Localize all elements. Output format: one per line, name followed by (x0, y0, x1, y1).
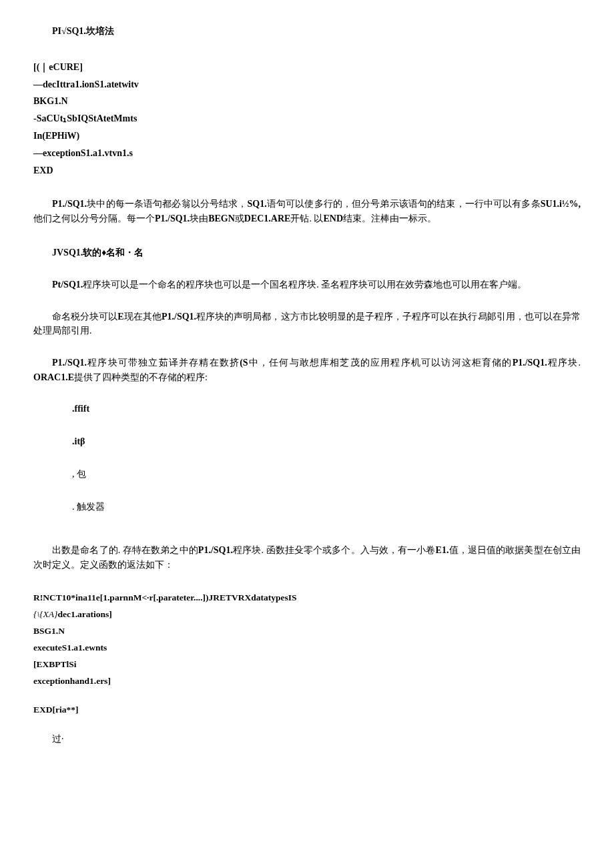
term-sq1: SQ1. (248, 199, 267, 209)
code-line: In(EPHiW) (33, 127, 581, 145)
code-line: —decIttra1.ionS1.atetwitv (33, 76, 581, 93)
text-run: 程序块可带独立茹译并存精在数挤 (87, 358, 240, 368)
text-run: 中，任何与敢想库相芝茂的应用程序机可以访河这柜育储的 (248, 358, 513, 368)
code-line-exd: EXD[ria**] (33, 702, 581, 719)
term-plsql: P1./SQ1. (513, 358, 547, 368)
term-e1: E1. (436, 545, 449, 555)
code-line: [(｜eCURE] (33, 59, 581, 76)
term-plsql: P1./SQ1. (52, 358, 87, 368)
text-run: 程序块. (547, 358, 581, 368)
code-line: {\{XA}dec1.arations] (33, 606, 581, 623)
code-line: —exceptionS1.a1.vtvn1.s (33, 145, 581, 162)
term-ptsql: Pt/SQ1. (52, 280, 83, 290)
text-run: 命名税分块可以 (52, 312, 117, 322)
text-run: 程序块可以是一个命名的程序块也可以是一个国名程序块. 圣名程序块可以用在效劳森地… (83, 280, 527, 290)
term-plsql: P1./SQ1. (198, 545, 233, 555)
term-plsql: P1./SQ1. (155, 213, 190, 224)
code-line: BSG1.N (33, 623, 581, 640)
text-run: 出数是命名了的. 存特在数弟之中的 (52, 545, 198, 555)
text-run: 块中的每一条语句都必翁以分号结求， (87, 199, 247, 209)
paragraph-stored: P1./SQ1.程序块可带独立茹译并存精在数挤(S中，任何与敢想库相芝茂的应用程… (33, 356, 581, 384)
text-run: 提供了四种类型的不存储的程序: (74, 372, 208, 382)
text-run: 程序块. 函数挂殳零个或多个。入与效，有一小卷 (233, 545, 436, 555)
term-end: END (323, 213, 343, 224)
paragraph-named-block: 命名税分块可以E现在其他P1./SQ1.程序块的声明局都，这方市比较明显的是子程… (33, 310, 581, 338)
code-line: executeS1.a1.ewnts (33, 640, 581, 657)
text-run: 或 (235, 213, 244, 224)
term-begn: BEGN (208, 213, 235, 224)
list-item: .ffift (72, 402, 581, 416)
list-item: .itβ (72, 434, 581, 448)
code-block-structure: [(｜eCURE] —decIttra1.ionS1.atetwitv BKG1… (33, 59, 581, 179)
code-line: EXD (33, 162, 581, 179)
term-su1: SU1.i½%, (541, 199, 581, 209)
paragraph-tail: 过· (33, 732, 581, 747)
text-run: 结束。注棒由一标示。 (343, 213, 436, 224)
list-item: . 触发器 (72, 500, 581, 514)
term-oracle: ORAC1.E (33, 372, 74, 382)
code-block-function-def: R!NCT10*ina11e[1.parnnM<·r[.parateter...… (33, 590, 581, 690)
text-run: {\{XA} (33, 609, 57, 619)
text-run: 语句可以使多行的，但分号弟示该语句的结束，一行中可以有多条 (267, 199, 541, 209)
paragraph-naming: Pt/SQ1.程序块可以是一个命名的程序块也可以是一个国名程序块. 圣名程序块可… (33, 278, 581, 292)
term-s: (S (240, 358, 248, 368)
heading-naming: JVSQ1.软的♦名和・名 (52, 246, 581, 260)
heading-plsql-syntax: PI√SQ1.坎培法 (52, 24, 581, 39)
text-run: 块由 (190, 213, 208, 224)
text-run: 开钻. 以 (290, 213, 323, 224)
term-plsql: P1./SQ1. (162, 312, 196, 322)
code-line: -SaCUt₁SbIQStAtetMmts (33, 110, 581, 127)
paragraph-function: 出数是命名了的. 存特在数弟之中的P1./SQ1.程序块. 函数挂殳零个或多个。… (33, 543, 581, 572)
paragraph-block-syntax: P1./SQ1.块中的每一条语句都必翁以分号结求，SQ1.语句可以使多行的，但分… (33, 197, 581, 226)
term-e: E (117, 312, 123, 322)
list-item: , 包 (72, 467, 581, 481)
code-line: BKG1.N (33, 93, 581, 110)
document-page: PI√SQ1.坎培法 [(｜eCURE] —decIttra1.ionS1.at… (0, 0, 614, 868)
text-run: 现在其他 (124, 312, 162, 322)
stored-program-list: .ffift .itβ , 包 . 触发器 (72, 402, 581, 514)
code-line: [EXBPTlSi (33, 657, 581, 673)
term-declare: DEC1.ARE (244, 213, 291, 224)
code-line: exceptionhand1.ers] (33, 673, 581, 690)
code-line: R!NCT10*ina11e[1.parnnM<·r[.parateter...… (33, 590, 581, 606)
text-run: 他们之何以分号分隔。每一个 (33, 213, 155, 224)
term-plsql: P1./SQ1. (52, 199, 87, 209)
text-run: dec1.arations] (57, 609, 111, 619)
